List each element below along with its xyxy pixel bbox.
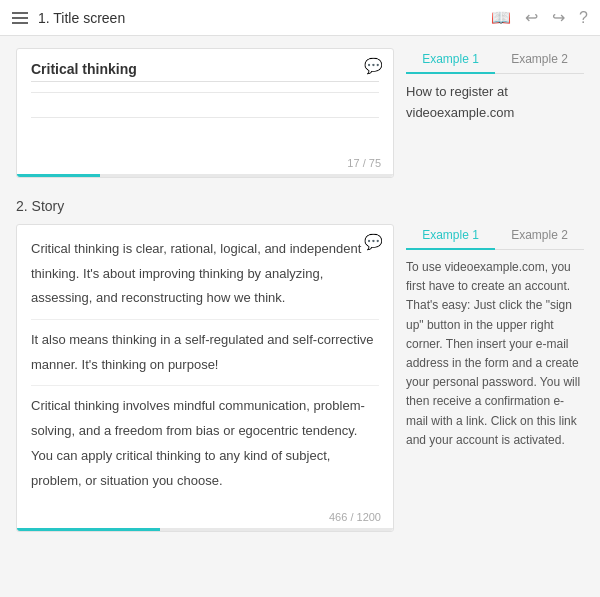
story-number: 2.	[16, 198, 28, 214]
story-example-tab-1[interactable]: Example 1	[406, 224, 495, 250]
examples-panel-2: Example 1 Example 2 To use videoexample.…	[406, 224, 584, 532]
section-number: 1.	[38, 10, 50, 26]
story-paragraph-2: It also means thinking in a self-regulat…	[31, 328, 379, 386]
divider-line-2	[31, 117, 379, 118]
title-editor-card[interactable]: 💬 Critical thinking 17 / 75	[16, 48, 394, 178]
redo-icon[interactable]: ↪	[552, 8, 565, 27]
story-example-tab-2[interactable]: Example 2	[495, 224, 584, 250]
char-count: 17 / 75	[347, 157, 381, 169]
story-progress-bar	[17, 528, 160, 531]
book-icon[interactable]: 📖	[491, 8, 511, 27]
examples-tabs: Example 1 Example 2	[406, 48, 584, 74]
topbar: 1. Title screen 📖 ↩ ↪ ?	[0, 0, 600, 36]
example-tab-1[interactable]: Example 1	[406, 48, 495, 74]
title-text: Title screen	[53, 10, 125, 26]
progress-bar	[17, 174, 100, 177]
section-body: 💬 Critical thinking 17 / 75 Example 1 Ex…	[16, 48, 584, 178]
section-title-screen: 💬 Critical thinking 17 / 75 Example 1 Ex…	[16, 48, 584, 178]
editor-title: Critical thinking	[31, 61, 379, 82]
topbar-left: 1. Title screen	[12, 10, 125, 26]
section-body-story: 💬 Critical thinking is clear, rational, …	[16, 224, 584, 532]
hamburger-menu[interactable]	[12, 12, 28, 24]
story-char-count: 466 / 1200	[329, 511, 381, 523]
example-tab-2[interactable]: Example 2	[495, 48, 584, 74]
story-examples-tabs: Example 1 Example 2	[406, 224, 584, 250]
story-comment-icon[interactable]: 💬	[364, 233, 383, 251]
progress-bar-container	[17, 174, 393, 177]
section-header-story: 2. Story	[16, 198, 584, 214]
examples-panel-1: Example 1 Example 2 How to register at v…	[406, 48, 584, 178]
help-icon[interactable]: ?	[579, 9, 588, 27]
story-example-content: To use videoexample.com, you first have …	[406, 258, 584, 450]
divider-line	[31, 92, 379, 93]
topbar-icons: 📖 ↩ ↪ ?	[491, 8, 588, 27]
story-label: Story	[32, 198, 65, 214]
main-content: 💬 Critical thinking 17 / 75 Example 1 Ex…	[0, 36, 600, 564]
comment-icon[interactable]: 💬	[364, 57, 383, 75]
story-progress-bar-container	[17, 528, 393, 531]
story-paragraph-3: Critical thinking involves mindful commu…	[31, 394, 379, 501]
section-story: 2. Story 💬 Critical thinking is clear, r…	[16, 198, 584, 532]
undo-icon[interactable]: ↩	[525, 8, 538, 27]
example-url: How to register at videoexample.com	[406, 84, 514, 120]
story-editor-card[interactable]: 💬 Critical thinking is clear, rational, …	[16, 224, 394, 532]
story-text: Critical thinking is clear, rational, lo…	[31, 237, 379, 501]
story-paragraph-1: Critical thinking is clear, rational, lo…	[31, 237, 379, 320]
page-title: 1. Title screen	[38, 10, 125, 26]
example-content-1: How to register at videoexample.com	[406, 82, 584, 124]
